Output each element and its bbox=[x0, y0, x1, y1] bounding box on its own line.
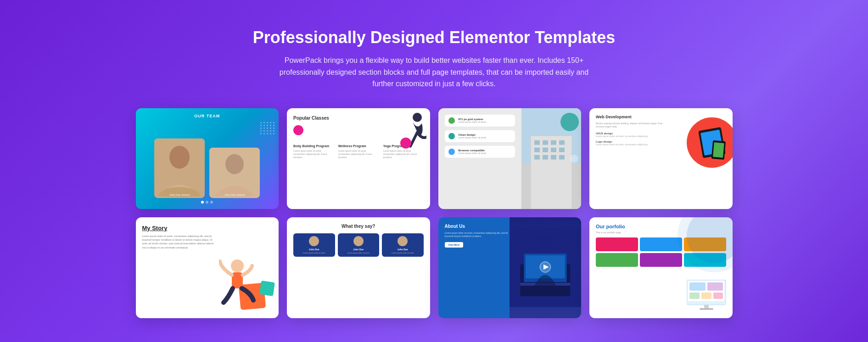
card-arrow[interactable]: › bbox=[570, 154, 578, 163]
class-col-2-title: Wellness Program bbox=[338, 144, 379, 148]
avatar-2-name: John Doe bbox=[353, 248, 364, 251]
page-subtitle: PowerPack brings you a flexible way to b… bbox=[278, 55, 590, 90]
person-1-caption: Jenny Doe, Director bbox=[154, 193, 205, 196]
avatar-3-desc: Lorem ipsum dolor sit amet bbox=[392, 252, 414, 254]
svg-rect-14 bbox=[534, 148, 540, 152]
story-person bbox=[219, 257, 256, 318]
story-title: My Story bbox=[142, 225, 273, 232]
svg-rect-42 bbox=[701, 292, 711, 299]
feature-3-desc: Lorem ipsum dolor sit amet bbox=[459, 152, 512, 154]
svg-rect-26 bbox=[713, 142, 724, 158]
svg-point-36 bbox=[538, 236, 553, 250]
avatar-1-name: John Doe bbox=[309, 248, 319, 251]
svg-rect-17 bbox=[559, 148, 565, 152]
portfolio-item-2 bbox=[640, 237, 682, 251]
portfolio-item-1 bbox=[596, 237, 638, 251]
feature-dot-2 bbox=[448, 133, 455, 139]
class-col-1-title: Body Building Program bbox=[293, 144, 334, 148]
svg-point-4 bbox=[225, 154, 244, 174]
feature-text-3: Browser compatible Lorem ipsum dolor sit… bbox=[459, 149, 512, 154]
svg-point-22 bbox=[560, 113, 579, 131]
feature-1-desc: Lorem ipsum dolor sit amet bbox=[459, 121, 512, 123]
avatar-2 bbox=[353, 236, 364, 246]
template-card-team[interactable]: Our Team Jenny Doe, Director bbox=[136, 108, 279, 209]
feature-2-desc: Lorem ipsum dolor sit amet bbox=[459, 136, 512, 139]
avatar-2-desc: Lorem ipsum dolor sit amet bbox=[347, 252, 370, 254]
svg-rect-44 bbox=[704, 305, 709, 309]
testimonial-cards: John Doe Lorem ipsum dolor sit amet John… bbox=[293, 233, 424, 257]
template-card-classes[interactable]: Popular Classes bbox=[287, 108, 430, 209]
feature-row-3: Browser compatible Lorem ipsum dolor sit… bbox=[445, 146, 515, 158]
svg-rect-39 bbox=[689, 282, 706, 291]
person-2: Jenny Doe, Director bbox=[209, 148, 260, 198]
webdev-desc: Mauris ongoing industry-leading, aliquam… bbox=[596, 122, 667, 128]
svg-point-27 bbox=[231, 259, 244, 272]
test-card-1: John Doe Lorem ipsum dolor sit amet bbox=[293, 233, 335, 257]
svg-rect-15 bbox=[543, 148, 548, 152]
testimonial-title: What they say? bbox=[293, 224, 424, 229]
svg-rect-21 bbox=[559, 155, 565, 160]
svg-rect-13 bbox=[559, 140, 565, 145]
feature-dot-3 bbox=[448, 149, 455, 155]
svg-rect-18 bbox=[534, 155, 540, 160]
portfolio-item-5 bbox=[640, 253, 682, 267]
templates-grid: Our Team Jenny Doe, Director bbox=[136, 108, 733, 318]
person-1: Jenny Doe, Director bbox=[154, 138, 205, 198]
avatar-3 bbox=[398, 236, 408, 246]
svg-rect-11 bbox=[543, 140, 548, 145]
template-card-grid[interactable]: 971 px grid system Lorem ipsum dolor sit… bbox=[438, 108, 582, 209]
page-wrapper: Professionally Designed Elementor Templa… bbox=[0, 0, 868, 336]
template-card-portfolio[interactable]: Our porfolio This is our portfolio page bbox=[589, 217, 733, 318]
svg-rect-43 bbox=[713, 292, 723, 299]
svg-rect-10 bbox=[534, 140, 540, 145]
story-text: Lorem ipsum dolor sit amet, consectetur … bbox=[142, 234, 214, 249]
template-card-about[interactable]: About Us Lorem ipsum dolor sit amet, con… bbox=[438, 217, 582, 318]
header-section: Professionally Designed Elementor Templa… bbox=[9, 18, 859, 108]
screen-mockup bbox=[687, 280, 728, 314]
about-text: Lorem ipsum dolor sit amet, consectetur … bbox=[445, 232, 516, 238]
svg-rect-9 bbox=[531, 136, 572, 209]
class-col-2-text: Lorem ipsum dolor sit amet, consectetur … bbox=[338, 149, 379, 159]
avatar-1-desc: Lorem ipsum dolor sit amet bbox=[303, 252, 325, 254]
svg-point-6 bbox=[400, 138, 411, 149]
svg-rect-41 bbox=[689, 292, 700, 299]
svg-rect-16 bbox=[551, 148, 556, 152]
feature-text-1: 971 px grid system Lorem ipsum dolor sit… bbox=[459, 118, 512, 123]
avatar-3-name: John Doe bbox=[398, 248, 408, 251]
svg-rect-45 bbox=[700, 308, 713, 310]
svg-rect-40 bbox=[707, 282, 723, 291]
class-col-2: Wellness Program Lorem ipsum dolor sit a… bbox=[338, 144, 379, 159]
feature-row-2: Clean design Lorem ipsum dolor sit amet bbox=[445, 130, 515, 142]
about-image bbox=[510, 217, 581, 318]
svg-point-1 bbox=[169, 146, 190, 169]
svg-rect-20 bbox=[551, 155, 556, 160]
feature-text-2: Clean design Lorem ipsum dolor sit amet bbox=[459, 133, 512, 139]
red-circle-device bbox=[687, 117, 733, 168]
feature-dot-1 bbox=[448, 117, 455, 124]
svg-rect-19 bbox=[543, 155, 548, 160]
dots-pattern bbox=[260, 122, 275, 134]
template-card-webdev[interactable]: Web Development Mauris ongoing industry-… bbox=[589, 108, 733, 209]
feature-row-1: 971 px grid system Lorem ipsum dolor sit… bbox=[445, 115, 515, 127]
about-button[interactable]: View More bbox=[445, 242, 464, 248]
test-card-3: John Doe Lorem ipsum dolor sit amet bbox=[382, 233, 424, 257]
template-card-mystory[interactable]: My Story Lorem ipsum dolor sit amet, con… bbox=[136, 217, 279, 318]
page-title: Professionally Designed Elementor Templa… bbox=[9, 28, 859, 47]
team-photo-1: Jenny Doe, Director bbox=[154, 138, 205, 198]
class-col-1-text: Lorem ipsum dolor sit amet, consectetur … bbox=[293, 149, 334, 159]
teal-rect bbox=[259, 281, 275, 296]
avatar-1 bbox=[309, 236, 319, 246]
building-image: › bbox=[521, 108, 581, 209]
nav-dot-3[interactable] bbox=[210, 201, 213, 204]
svg-rect-12 bbox=[551, 140, 556, 145]
grid-features: 971 px grid system Lorem ipsum dolor sit… bbox=[438, 108, 522, 209]
template-card-testimonial[interactable]: What they say? John Doe Lorem ipsum dolo… bbox=[287, 217, 430, 318]
class-col-1: Body Building Program Lorem ipsum dolor … bbox=[293, 144, 334, 159]
nav-dots bbox=[201, 201, 213, 204]
team-photo-2: Jenny Doe, Director bbox=[209, 148, 260, 198]
nav-dot-2[interactable] bbox=[206, 201, 208, 204]
team-photos: Jenny Doe, Director Jenny Doe, Director bbox=[154, 122, 260, 198]
test-card-2: John Doe Lorem ipsum dolor sit amet bbox=[338, 233, 380, 257]
team-label: Our Team bbox=[194, 114, 220, 118]
nav-dot-1[interactable] bbox=[201, 201, 204, 204]
